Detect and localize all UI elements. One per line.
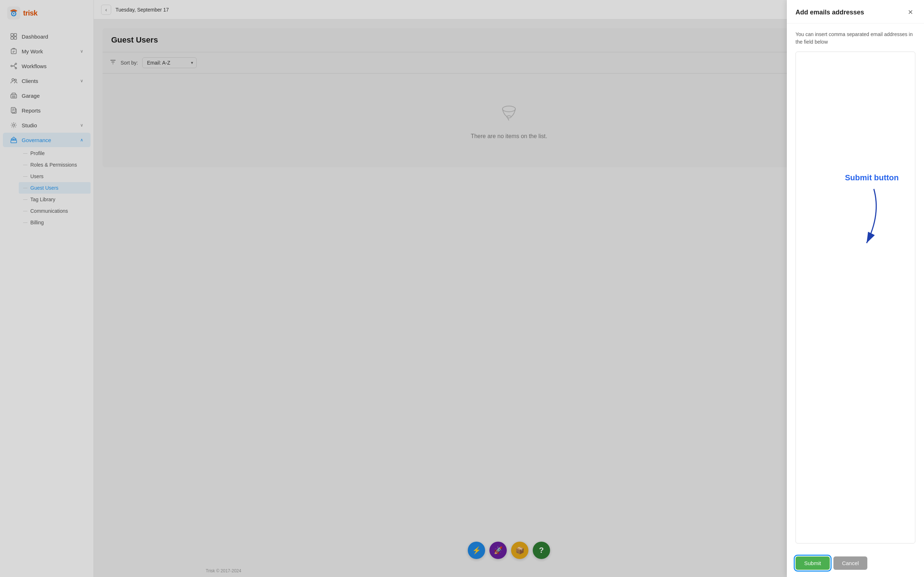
panel-body: You can insert comma separated email add…	[787, 23, 924, 551]
dashboard-icon	[10, 33, 17, 40]
subnav-tag-library-label: Tag Library	[30, 197, 55, 202]
sidebar-navigation: Dashboard My Work ∨ Workflows	[0, 26, 94, 577]
sort-wrapper: Email: A-Z Email: Z-A Created: Newest Cr…	[142, 57, 197, 68]
sidebar-item-workflows-label: Workflows	[22, 63, 83, 69]
svg-point-8	[11, 65, 12, 67]
my-work-chevron: ∨	[80, 49, 83, 54]
governance-icon	[10, 136, 17, 143]
svg-point-19	[502, 106, 515, 112]
subnav-profile-label: Profile	[30, 150, 45, 156]
sort-select[interactable]: Email: A-Z Email: Z-A Created: Newest Cr…	[142, 57, 197, 68]
studio-icon	[10, 121, 17, 129]
subnav-item-tag-library[interactable]: Tag Library	[19, 193, 90, 205]
email-addresses-input[interactable]	[795, 52, 915, 543]
sidebar-item-garage[interactable]: Garage	[3, 89, 90, 103]
logo-text: trisk	[23, 9, 37, 17]
subnav-item-roles-permissions[interactable]: Roles & Permissions	[19, 159, 90, 171]
svg-rect-13	[11, 95, 16, 98]
governance-chevron: ∧	[80, 137, 83, 142]
svg-rect-3	[11, 34, 13, 36]
lightning-icon: ⚡	[472, 546, 481, 554]
logo-area: trisk	[0, 0, 94, 26]
fab-button-group: ⚡ 🚀 📦 ?	[468, 542, 550, 559]
subnav-item-users[interactable]: Users	[19, 171, 90, 182]
svg-point-12	[15, 79, 16, 81]
sidebar-item-clients-label: Clients	[22, 78, 76, 84]
subnav-billing-label: Billing	[30, 220, 44, 226]
sidebar: trisk Dashboard My Work ∨	[0, 0, 94, 577]
garage-icon	[10, 92, 17, 99]
subnav-communications-label: Communications	[30, 208, 68, 214]
subnav-item-billing[interactable]: Billing	[19, 217, 90, 228]
subnav-item-guest-users[interactable]: Guest Users	[19, 182, 90, 193]
topbar-date: Tuesday, September 17	[115, 7, 169, 13]
sidebar-item-garage-label: Garage	[22, 93, 83, 99]
sidebar-item-dashboard-label: Dashboard	[22, 34, 83, 40]
subnav-users-label: Users	[30, 174, 44, 179]
filter-icon[interactable]	[110, 59, 116, 67]
sidebar-item-dashboard[interactable]: Dashboard	[3, 29, 90, 44]
clients-icon	[10, 77, 17, 84]
sidebar-item-studio-label: Studio	[22, 122, 76, 128]
panel-header: Add emails addresses ✕	[787, 0, 924, 23]
subnav-item-profile[interactable]: Profile	[19, 148, 90, 159]
svg-point-9	[15, 63, 16, 64]
sidebar-item-governance[interactable]: Governance ∧	[3, 133, 90, 147]
fab-help-button[interactable]: ?	[533, 542, 550, 559]
archive-icon: 📦	[515, 546, 525, 554]
sidebar-item-studio[interactable]: Studio ∨	[3, 118, 90, 132]
back-icon: ‹	[105, 7, 107, 13]
svg-rect-4	[14, 34, 16, 36]
trisk-logo-icon	[7, 6, 20, 19]
svg-point-15	[13, 124, 15, 126]
governance-subnav: Profile Roles & Permissions Users Guest …	[19, 148, 90, 228]
add-emails-panel: Add emails addresses ✕ You can insert co…	[787, 0, 924, 577]
workflows-icon	[10, 62, 17, 69]
tornado-icon	[498, 102, 520, 127]
panel-close-button[interactable]: ✕	[905, 7, 915, 17]
fab-archive-button[interactable]: 📦	[511, 542, 528, 559]
close-icon: ✕	[908, 8, 913, 16]
fab-lightning-button[interactable]: ⚡	[468, 542, 485, 559]
sidebar-item-clients[interactable]: Clients ∨	[3, 74, 90, 88]
my-work-icon	[10, 48, 17, 55]
subnav-roles-label: Roles & Permissions	[30, 162, 77, 168]
empty-message: There are no items on the list.	[471, 133, 547, 140]
sidebar-item-governance-label: Governance	[22, 137, 76, 143]
sort-label: Sort by:	[121, 60, 138, 66]
copyright-text: Trisk © 2017-2024	[206, 568, 241, 574]
sidebar-item-reports-label: Reports	[22, 108, 83, 114]
subnav-item-communications[interactable]: Communications	[19, 205, 90, 217]
panel-description: You can insert comma separated email add…	[795, 31, 915, 46]
svg-rect-5	[11, 37, 13, 39]
svg-point-11	[12, 79, 14, 81]
panel-footer: Submit Cancel	[787, 551, 924, 577]
sidebar-item-reports[interactable]: Reports	[3, 103, 90, 118]
rocket-icon: 🚀	[494, 546, 503, 554]
sidebar-item-my-work[interactable]: My Work ∨	[3, 44, 90, 58]
back-button[interactable]: ‹	[101, 5, 111, 15]
sidebar-item-my-work-label: My Work	[22, 48, 76, 55]
sidebar-item-workflows[interactable]: Workflows	[3, 59, 90, 73]
svg-rect-6	[14, 37, 16, 39]
help-icon: ?	[539, 546, 544, 555]
clients-chevron: ∨	[80, 78, 83, 83]
subnav-guest-users-label: Guest Users	[30, 185, 58, 191]
svg-point-2	[13, 13, 15, 15]
reports-icon	[10, 107, 17, 114]
submit-button[interactable]: Submit	[795, 556, 830, 570]
panel-title: Add emails addresses	[795, 9, 864, 16]
studio-chevron: ∨	[80, 122, 83, 128]
svg-rect-16	[11, 140, 16, 143]
cancel-button[interactable]: Cancel	[834, 556, 868, 570]
fab-rocket-button[interactable]: 🚀	[489, 542, 507, 559]
